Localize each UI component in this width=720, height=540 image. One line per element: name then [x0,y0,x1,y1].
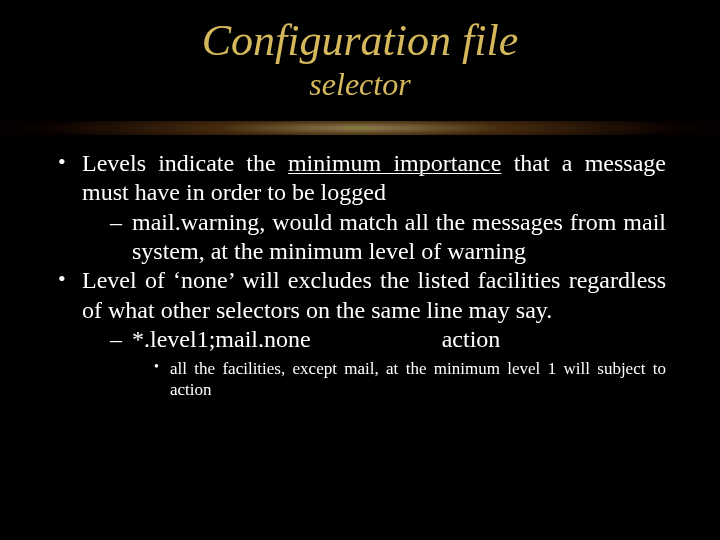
sub-example-mailwarning: mail.warning, would match all the messag… [110,208,666,267]
example-selector: *.level1;mail.none [132,325,442,354]
subsub-explain: all the facilities, except mail, at the … [154,358,666,401]
slide: Configuration file selector Levels indic… [0,0,720,540]
bullet-none-text: Level of ‘none’ will excludes the listed… [82,267,666,322]
sub-example-none: *.level1;mail.none action all the facili… [110,325,666,401]
bullet-levels: Levels indicate the minimum importance t… [54,149,666,266]
body-content: Levels indicate the minimum importance t… [0,135,720,400]
example-action: action [442,325,666,354]
bullet-levels-underlined: minimum importance [288,150,502,176]
bullet-levels-pre: Levels indicate the [82,150,288,176]
bullet-none: Level of ‘none’ will excludes the listed… [54,266,666,400]
title-block: Configuration file selector [0,0,720,103]
slide-title: Configuration file [0,18,720,64]
slide-subtitle: selector [0,66,720,103]
divider-glow [0,121,720,135]
